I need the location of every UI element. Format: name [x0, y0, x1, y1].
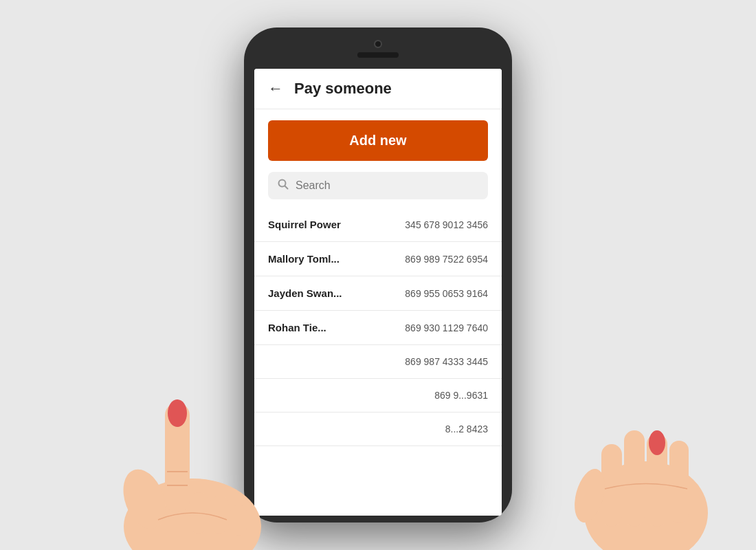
contact-number-1: 869 989 7522 6954 [405, 254, 488, 265]
contact-number-3: 869 930 1129 7640 [405, 322, 488, 333]
svg-rect-13 [624, 430, 645, 527]
contact-number-0: 345 678 9012 3456 [405, 219, 488, 230]
contact-item-1[interactable]: Mallory Toml... 869 989 7522 6954 [254, 242, 502, 276]
page-title: Pay someone [294, 80, 392, 98]
svg-point-16 [570, 465, 610, 526]
svg-rect-6 [189, 492, 208, 534]
contact-number-6: 8...2 8423 [445, 424, 488, 434]
contact-item-0[interactable]: Squirrel Power 345 678 9012 3456 [254, 208, 502, 242]
svg-line-1 [285, 186, 288, 189]
svg-point-11 [584, 461, 708, 550]
contact-item-4[interactable]: 869 987 4333 3445 [254, 345, 502, 379]
add-new-button[interactable]: Add new [268, 120, 488, 161]
svg-point-8 [168, 399, 187, 427]
back-button[interactable]: ← [268, 80, 283, 98]
phone-screen: ← Pay someone Add new Squirrel Power [254, 69, 502, 516]
scene: ← Pay someone Add new Squirrel Power [0, 0, 756, 550]
contact-number-2: 869 955 0653 9164 [405, 288, 488, 299]
svg-rect-12 [601, 444, 622, 527]
svg-point-17 [649, 430, 665, 455]
phone-top-bar [244, 28, 512, 69]
hand-back-illustration [570, 362, 722, 550]
phone-speaker [357, 52, 399, 58]
phone-camera [374, 40, 382, 48]
svg-point-2 [124, 478, 261, 550]
search-icon [278, 179, 289, 192]
svg-rect-14 [647, 434, 667, 527]
search-container[interactable] [268, 172, 488, 199]
contact-name-1: Mallory Toml... [268, 253, 340, 265]
contact-list: Squirrel Power 345 678 9012 3456 Mallory… [254, 208, 502, 516]
screen-header: ← Pay someone [254, 69, 502, 109]
svg-rect-4 [210, 496, 229, 534]
contact-name-0: Squirrel Power [268, 219, 341, 230]
svg-rect-15 [669, 441, 689, 523]
contact-item-5[interactable]: 869 9...9631 [254, 379, 502, 412]
search-input[interactable] [296, 179, 478, 192]
contact-item-6[interactable]: 8...2 8423 [254, 412, 502, 446]
contact-item-3[interactable]: Rohan Tie... 869 930 1129 7640 [254, 311, 502, 345]
svg-point-3 [115, 463, 173, 535]
phone-shell: ← Pay someone Add new Squirrel Power [244, 28, 512, 522]
contact-number-5: 869 9...9631 [434, 390, 488, 401]
svg-rect-5 [230, 505, 247, 536]
contact-number-4: 869 987 4333 3445 [405, 356, 488, 367]
contact-name-3: Rohan Tie... [268, 322, 326, 333]
svg-rect-7 [165, 403, 190, 513]
contact-item-2[interactable]: Jayden Swan... 869 955 0653 9164 [254, 276, 502, 311]
contact-name-2: Jayden Swan... [268, 287, 342, 299]
